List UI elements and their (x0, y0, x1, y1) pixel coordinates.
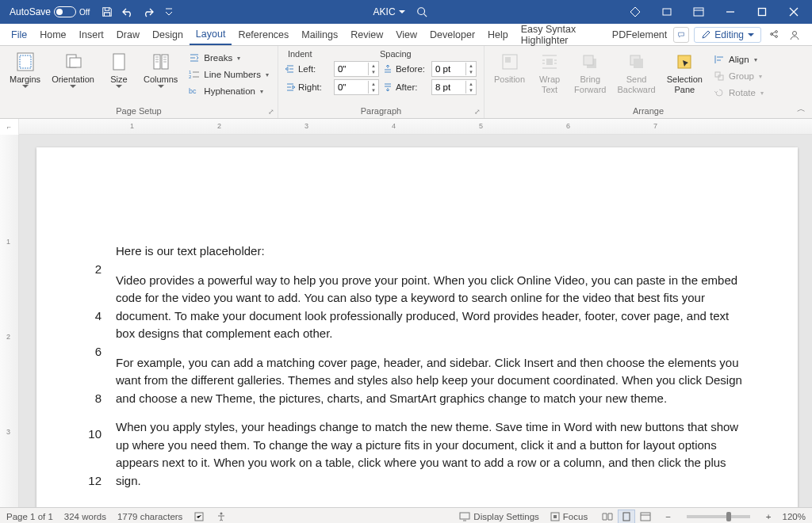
autosave-toggle[interactable]: AutoSave Off (5, 6, 94, 17)
spin-down-icon[interactable]: ▼ (466, 87, 476, 94)
account-icon[interactable] (787, 27, 802, 43)
spacing-before-input[interactable]: ▲▼ (431, 61, 477, 77)
document-scroll[interactable]: 2 4 6 8 10 12 14 (19, 135, 812, 507)
tab-references[interactable]: References (232, 24, 295, 45)
dialog-launcher-icon[interactable]: ⤢ (268, 108, 274, 116)
ribbon-display-icon[interactable] (688, 4, 709, 20)
tab-easy-syntax[interactable]: Easy Syntax Highlighter (515, 24, 606, 45)
tab-insert[interactable]: Insert (73, 24, 110, 45)
word-count[interactable]: 324 words (64, 512, 106, 521)
hyphenation-button[interactable]: bcHyphenation▾ (186, 84, 271, 98)
minimize-icon[interactable] (720, 4, 741, 20)
group-button[interactable]: Group▾ (710, 69, 766, 83)
spacing-after-input[interactable]: ▲▼ (431, 79, 477, 95)
indent-right-input[interactable]: ▲▼ (334, 79, 379, 95)
notification-icon[interactable] (657, 4, 677, 20)
line-numbers-gutter: 2 4 6 8 10 12 14 (84, 242, 116, 507)
rotate-icon (713, 86, 726, 99)
close-icon[interactable] (783, 4, 804, 20)
spin-up-icon[interactable]: ▲ (466, 63, 476, 69)
group-arrange: Position Wrap Text Bring Forward Send Ba… (485, 46, 812, 118)
focus-mode[interactable]: Focus (550, 512, 588, 521)
spin-up-icon[interactable]: ▲ (369, 81, 378, 87)
ruler-track[interactable]: 1 2 3 4 5 6 7 (19, 119, 812, 135)
undo-icon[interactable] (121, 6, 134, 18)
display-settings[interactable]: Display Settings (459, 512, 538, 521)
page[interactable]: 2 4 6 8 10 12 14 (36, 147, 798, 507)
line-numbers-icon: 12 (188, 68, 201, 81)
indent-left-input[interactable]: ▲▼ (334, 61, 379, 77)
line-numbers-button[interactable]: 12Line Numbers▾ (186, 67, 271, 82)
tab-developer[interactable]: Developer (423, 24, 481, 45)
orientation-icon (62, 51, 84, 73)
margins-button[interactable]: Margins (6, 49, 44, 90)
zoom-in-icon[interactable]: + (766, 512, 772, 521)
paragraph[interactable]: Video provides a powerful way to help yo… (116, 272, 750, 343)
dialog-launcher-icon[interactable]: ⤢ (474, 108, 481, 116)
spacing-header: Spacing (380, 49, 412, 59)
tab-pdfelement[interactable]: PDFelement (606, 24, 673, 45)
spin-down-icon[interactable]: ▼ (369, 87, 378, 94)
maximize-icon[interactable] (752, 4, 772, 20)
accessibility-icon[interactable] (216, 511, 227, 522)
tab-home[interactable]: Home (33, 24, 72, 45)
editing-mode-button[interactable]: Editing (694, 27, 761, 43)
collapse-ribbon-icon[interactable]: ︿ (797, 103, 806, 115)
svg-rect-1 (663, 9, 671, 15)
document-body[interactable]: Here is our text placeholder: Video prov… (116, 242, 750, 507)
zoom-level[interactable]: 120% (783, 512, 806, 521)
print-layout-icon[interactable] (618, 510, 635, 524)
spell-check-icon[interactable] (193, 511, 205, 522)
group-label: Page Setup (116, 106, 162, 116)
selection-pane-button[interactable]: Selection Pane (664, 49, 706, 96)
char-count[interactable]: 1779 characters (117, 512, 182, 521)
web-layout-icon[interactable] (637, 510, 654, 524)
zoom-slider[interactable] (687, 515, 750, 518)
spin-up-icon[interactable]: ▲ (466, 81, 476, 87)
paragraph[interactable]: For example, you can add a matching cove… (116, 354, 750, 408)
document-name[interactable]: AKIC (373, 6, 405, 17)
breaks-button[interactable]: Breaks▾ (186, 51, 271, 65)
page-count[interactable]: Page 1 of 1 (6, 512, 53, 521)
tab-review[interactable]: Review (344, 24, 389, 45)
spin-down-icon[interactable]: ▼ (466, 69, 476, 75)
wrap-text-icon (538, 51, 561, 73)
search-icon[interactable] (416, 6, 427, 17)
tab-design[interactable]: Design (146, 24, 190, 45)
customize-qat-icon[interactable] (163, 6, 175, 18)
comments-icon[interactable] (673, 27, 689, 43)
tab-file[interactable]: File (5, 24, 33, 45)
horizontal-ruler[interactable]: ⌐ 1 2 3 4 5 6 7 (0, 119, 812, 135)
redo-icon[interactable] (142, 6, 155, 18)
paragraph[interactable]: Here is our text placeholder: (116, 242, 750, 261)
spin-up-icon[interactable]: ▲ (369, 63, 378, 69)
document-area: 1 2 3 2 4 6 8 10 (0, 135, 812, 507)
svg-rect-2 (694, 8, 703, 16)
svg-rect-30 (623, 513, 630, 521)
columns-button[interactable]: Columns (140, 49, 181, 90)
share-icon[interactable] (766, 27, 782, 43)
paragraph[interactable]: When you apply styles, your headings cha… (116, 418, 750, 490)
tab-help[interactable]: Help (481, 24, 515, 45)
svg-point-0 (417, 8, 424, 15)
align-button[interactable]: Align▾ (710, 52, 766, 67)
tab-view[interactable]: View (389, 24, 423, 45)
rotate-button[interactable]: Rotate▾ (710, 86, 766, 100)
tab-layout[interactable]: Layout (190, 24, 232, 45)
tab-mailings[interactable]: Mailings (295, 24, 344, 45)
zoom-out-icon[interactable]: − (665, 512, 671, 521)
status-bar: Page 1 of 1 324 words 1779 characters Di… (0, 507, 812, 523)
group-label: Arrange (633, 106, 664, 116)
orientation-button[interactable]: Orientation (48, 49, 98, 90)
margins-icon (14, 51, 36, 73)
diamond-icon[interactable] (625, 4, 645, 20)
save-icon[interactable] (101, 6, 113, 18)
toggle-switch[interactable] (54, 6, 76, 17)
read-mode-icon[interactable] (599, 510, 616, 524)
tab-draw[interactable]: Draw (110, 24, 146, 45)
spin-down-icon[interactable]: ▼ (369, 69, 378, 75)
svg-rect-31 (641, 513, 650, 521)
ribbon-body: Margins Orientation Size Columns Breaks▾ (0, 46, 812, 119)
vertical-ruler[interactable]: 1 2 3 (0, 135, 19, 507)
size-button[interactable]: Size (102, 49, 136, 90)
